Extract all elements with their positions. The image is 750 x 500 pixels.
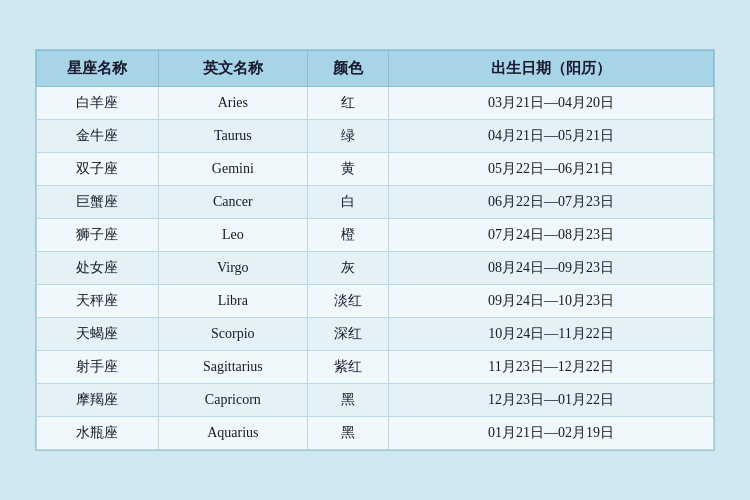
cell-date: 10月24日—11月22日 [389,318,714,351]
cell-zh: 狮子座 [37,219,159,252]
cell-date: 08月24日—09月23日 [389,252,714,285]
cell-en: Cancer [158,186,307,219]
table-row: 狮子座Leo橙07月24日—08月23日 [37,219,714,252]
cell-zh: 天蝎座 [37,318,159,351]
table-row: 巨蟹座Cancer白06月22日—07月23日 [37,186,714,219]
cell-color: 灰 [307,252,388,285]
cell-date: 06月22日—07月23日 [389,186,714,219]
table-row: 金牛座Taurus绿04月21日—05月21日 [37,120,714,153]
zodiac-table: 星座名称 英文名称 颜色 出生日期（阳历） 白羊座Aries红03月21日—04… [36,50,714,450]
cell-date: 09月24日—10月23日 [389,285,714,318]
cell-color: 黄 [307,153,388,186]
table-body: 白羊座Aries红03月21日—04月20日金牛座Taurus绿04月21日—0… [37,87,714,450]
cell-color: 红 [307,87,388,120]
cell-color: 黑 [307,384,388,417]
table-row: 水瓶座Aquarius黑01月21日—02月19日 [37,417,714,450]
cell-color: 深红 [307,318,388,351]
table-row: 摩羯座Capricorn黑12月23日—01月22日 [37,384,714,417]
cell-date: 01月21日—02月19日 [389,417,714,450]
cell-zh: 双子座 [37,153,159,186]
table-row: 天秤座Libra淡红09月24日—10月23日 [37,285,714,318]
cell-date: 07月24日—08月23日 [389,219,714,252]
cell-color: 橙 [307,219,388,252]
cell-en: Gemini [158,153,307,186]
cell-color: 白 [307,186,388,219]
cell-zh: 摩羯座 [37,384,159,417]
table-header-row: 星座名称 英文名称 颜色 出生日期（阳历） [37,51,714,87]
zodiac-table-container: 星座名称 英文名称 颜色 出生日期（阳历） 白羊座Aries红03月21日—04… [35,49,715,451]
table-row: 双子座Gemini黄05月22日—06月21日 [37,153,714,186]
table-row: 射手座Sagittarius紫红11月23日—12月22日 [37,351,714,384]
header-color: 颜色 [307,51,388,87]
header-zh: 星座名称 [37,51,159,87]
cell-en: Virgo [158,252,307,285]
cell-en: Aries [158,87,307,120]
cell-en: Libra [158,285,307,318]
cell-en: Aquarius [158,417,307,450]
cell-zh: 处女座 [37,252,159,285]
cell-date: 11月23日—12月22日 [389,351,714,384]
table-row: 白羊座Aries红03月21日—04月20日 [37,87,714,120]
cell-date: 03月21日—04月20日 [389,87,714,120]
cell-zh: 射手座 [37,351,159,384]
cell-date: 05月22日—06月21日 [389,153,714,186]
table-row: 处女座Virgo灰08月24日—09月23日 [37,252,714,285]
cell-date: 12月23日—01月22日 [389,384,714,417]
cell-color: 淡红 [307,285,388,318]
cell-en: Capricorn [158,384,307,417]
cell-en: Scorpio [158,318,307,351]
cell-zh: 巨蟹座 [37,186,159,219]
cell-en: Sagittarius [158,351,307,384]
cell-zh: 水瓶座 [37,417,159,450]
cell-color: 紫红 [307,351,388,384]
cell-zh: 白羊座 [37,87,159,120]
header-date: 出生日期（阳历） [389,51,714,87]
cell-en: Taurus [158,120,307,153]
cell-date: 04月21日—05月21日 [389,120,714,153]
cell-color: 绿 [307,120,388,153]
header-en: 英文名称 [158,51,307,87]
cell-zh: 金牛座 [37,120,159,153]
cell-color: 黑 [307,417,388,450]
cell-zh: 天秤座 [37,285,159,318]
cell-en: Leo [158,219,307,252]
table-row: 天蝎座Scorpio深红10月24日—11月22日 [37,318,714,351]
